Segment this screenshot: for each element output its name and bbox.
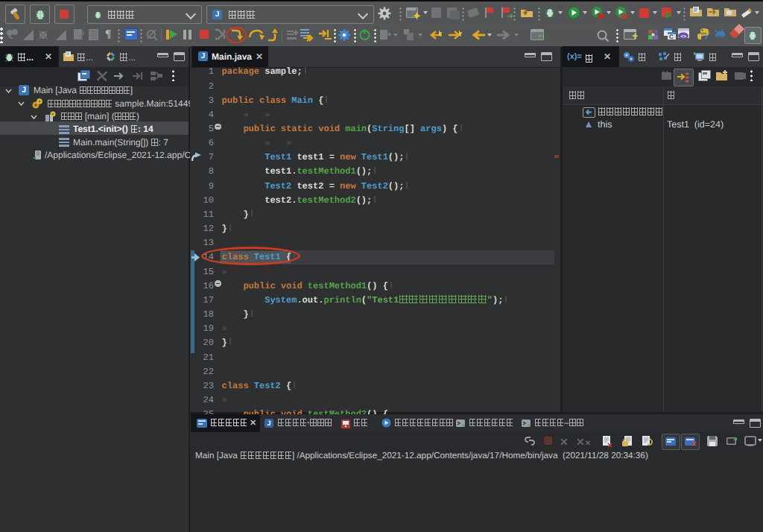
svg-text:<>: <> <box>681 34 687 39</box>
svg-text:C: C <box>669 34 674 40</box>
